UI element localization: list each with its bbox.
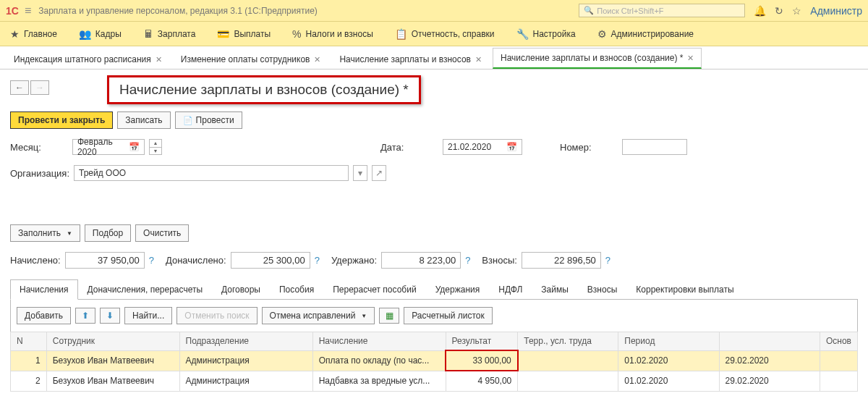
card-icon: 💳 <box>217 28 229 40</box>
header-result[interactable]: Результат <box>446 332 518 351</box>
header-period[interactable]: Период <box>618 332 719 351</box>
help-icon[interactable]: ? <box>315 255 320 266</box>
help-icon[interactable]: ? <box>465 255 470 266</box>
doctab-1[interactable]: Изменение оплаты сотрудников✕ <box>173 49 329 69</box>
month-spinner[interactable]: ▲▼ <box>149 139 162 155</box>
nav-nastroika[interactable]: 🔧Настройка <box>512 25 580 43</box>
move-down-button[interactable]: ⬇ <box>100 308 120 324</box>
subtab-1[interactable]: Доначисления, перерасчеты <box>78 279 212 300</box>
columns-button[interactable]: ▦ <box>379 308 399 324</box>
subtab-6[interactable]: НДФЛ <box>489 279 532 300</box>
org-open-button[interactable]: ↗ <box>372 165 386 181</box>
help-icon[interactable]: ? <box>605 255 610 266</box>
save-button[interactable]: Записать <box>117 111 170 129</box>
table-row[interactable]: 2 Безухов Иван Матвеевич Администрация Н… <box>11 371 858 391</box>
close-icon[interactable]: ✕ <box>156 55 162 64</box>
close-icon[interactable]: ✕ <box>475 55 482 64</box>
subtab-2[interactable]: Договоры <box>212 279 270 300</box>
header-terr[interactable]: Терр., усл. труда <box>518 332 618 351</box>
doctab-2[interactable]: Начисление зарплаты и взносов✕ <box>331 49 490 69</box>
close-icon[interactable]: ✕ <box>687 54 694 63</box>
post-and-close-button[interactable]: Провести и закрыть <box>10 111 113 129</box>
subtab-5[interactable]: Удержания <box>426 279 490 300</box>
nav-back-forward: ← → <box>10 80 49 95</box>
move-up-button[interactable]: ⬆ <box>75 308 95 324</box>
calendar-icon[interactable]: 📅 <box>506 142 517 152</box>
gear-icon: ⚙ <box>597 28 607 40</box>
month-field[interactable]: Февраль 2020📅 <box>72 139 145 155</box>
nav-forward-button[interactable]: → <box>30 80 49 95</box>
org-dropdown-button[interactable]: ▾ <box>353 165 367 181</box>
table-header-row: N Сотрудник Подразделение Начисление Рез… <box>11 332 858 351</box>
cancel-fix-button[interactable]: Отмена исправлений▼ <box>262 307 375 324</box>
header-department[interactable]: Подразделение <box>179 332 312 351</box>
action-buttons: Провести и закрыть Записать 📄Провести <box>10 111 858 129</box>
post-button[interactable]: 📄Провести <box>175 111 242 129</box>
star-icon[interactable]: ☆ <box>792 5 801 17</box>
doctab-3[interactable]: Начисление зарплаты и взносов (создание)… <box>493 48 702 69</box>
payslip-button[interactable]: Расчетный листок <box>404 307 492 324</box>
fill-row: Заполнить▼ Подбор Очистить <box>10 224 858 242</box>
table-toolbar: Добавить ⬆ ⬇ Найти... Отменить поиск Отм… <box>10 300 858 332</box>
subtab-3[interactable]: Пособия <box>270 279 323 300</box>
subtab-8[interactable]: Взносы <box>578 279 626 300</box>
doc-tabs: Индексация штатного расписания✕ Изменени… <box>0 46 868 69</box>
header-employee[interactable]: Сотрудник <box>46 332 179 351</box>
nav-back-button[interactable]: ← <box>10 80 29 95</box>
percent-icon: % <box>292 28 301 40</box>
withheld-value: 8 223,00 <box>381 252 461 269</box>
nav-main[interactable]: ★Главное <box>6 25 61 43</box>
nav-nalogi[interactable]: %Налоги и взносы <box>288 25 378 43</box>
calendar-icon[interactable]: 📅 <box>129 142 140 152</box>
chevron-down-icon: ▼ <box>361 313 367 319</box>
date-label: Дата: <box>380 142 438 153</box>
help-icon[interactable]: ? <box>149 255 154 266</box>
subtab-9[interactable]: Корректировки выплаты <box>626 279 743 300</box>
logo-1c: 1C <box>6 5 19 17</box>
sub-tabs: Начисления Доначисления, перерасчеты Дог… <box>10 279 858 300</box>
hamburger-icon[interactable]: ≡ <box>25 4 31 17</box>
arrow-down-icon: ⬇ <box>106 311 114 321</box>
page-title: Начисление зарплаты и взносов (создание)… <box>107 75 421 104</box>
add-row-button[interactable]: Добавить <box>17 307 71 324</box>
withheld-label: Удержано: <box>331 255 377 266</box>
header-n[interactable]: N <box>11 332 47 351</box>
accrued-value: 37 950,00 <box>65 252 145 269</box>
pick-button[interactable]: Подбор <box>85 224 131 242</box>
form-row-month-date: Месяц: Февраль 2020📅 ▲▼ Дата: 21.02.2020… <box>10 139 858 155</box>
clear-button[interactable]: Очистить <box>135 224 189 242</box>
accruals-table[interactable]: N Сотрудник Подразделение Начисление Рез… <box>10 332 858 392</box>
find-button[interactable]: Найти... <box>124 307 172 324</box>
header-period2[interactable] <box>719 332 820 351</box>
header-basis[interactable]: Основ <box>820 332 857 351</box>
nav-admin[interactable]: ⚙Администрирование <box>593 25 698 43</box>
cancel-search-button[interactable]: Отменить поиск <box>176 307 257 324</box>
chevron-up-icon: ▲ <box>150 140 161 148</box>
doctab-0[interactable]: Индексация штатного расписания✕ <box>6 49 170 69</box>
nav-zarplata[interactable]: 🖩Зарплата <box>139 25 200 43</box>
subtab-0[interactable]: Начисления <box>10 279 78 300</box>
nav-kadry[interactable]: 👥Кадры <box>75 25 126 43</box>
header-accrual[interactable]: Начисление <box>312 332 446 351</box>
number-label: Номер: <box>560 142 618 153</box>
org-field[interactable]: Трейд ООО <box>74 165 349 181</box>
wrench-icon: 🔧 <box>516 28 529 40</box>
title-icons: 🔔 ↻ ☆ Администр <box>754 5 862 17</box>
nav-otchet[interactable]: 📋Отчетность, справки <box>391 25 499 43</box>
search-input[interactable]: 🔍 Поиск Ctrl+Shift+F <box>579 4 745 17</box>
result-cell-highlighted[interactable]: 33 000,00 <box>446 350 518 371</box>
date-field[interactable]: 21.02.2020📅 <box>443 139 522 155</box>
number-field[interactable] <box>622 139 687 155</box>
bell-icon[interactable]: 🔔 <box>754 5 766 17</box>
fill-button[interactable]: Заполнить▼ <box>10 224 80 242</box>
subtab-7[interactable]: Займы <box>532 279 578 300</box>
history-icon[interactable]: ↻ <box>775 5 783 17</box>
close-icon[interactable]: ✕ <box>314 55 320 64</box>
calculator-icon: 🖩 <box>143 28 153 40</box>
search-placeholder: Поиск Ctrl+Shift+F <box>597 7 663 15</box>
current-user[interactable]: Администр <box>810 5 862 17</box>
nav-vyplaty[interactable]: 💳Выплаты <box>213 25 275 43</box>
summary-row: Начислено: 37 950,00 ? Доначислено: 25 3… <box>10 252 858 269</box>
table-row[interactable]: 1 Безухов Иван Матвеевич Администрация О… <box>11 350 858 371</box>
subtab-4[interactable]: Перерасчет пособий <box>323 279 425 300</box>
